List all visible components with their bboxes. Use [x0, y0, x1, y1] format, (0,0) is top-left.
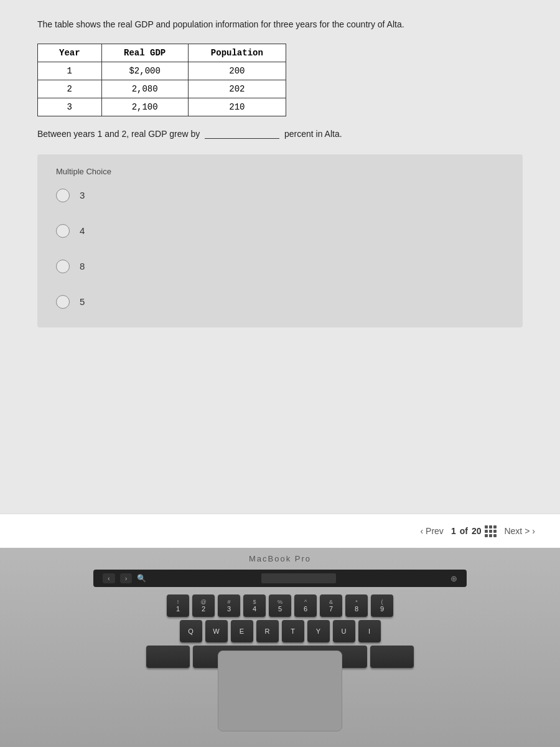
key-e[interactable]: E — [231, 620, 253, 642]
key-row-qwerty: Q W E R T Y U I — [68, 620, 492, 642]
multiple-choice-label: Multiple Choice — [56, 167, 504, 176]
table-cell-pop: 202 — [188, 80, 286, 98]
touch-bar-forward: › — [120, 573, 133, 583]
key-w[interactable]: W — [205, 620, 228, 642]
key-3[interactable]: # 3 — [218, 594, 240, 617]
table-cell-pop: 200 — [188, 62, 286, 80]
mc-option-4[interactable]: 4 — [56, 224, 504, 238]
grid-icon[interactable] — [485, 525, 497, 537]
table-header-gdp: Real GDP — [101, 44, 188, 62]
prev-button[interactable]: ‹ Prev — [420, 526, 443, 536]
option-label-8: 8 — [80, 261, 85, 271]
table-cell-year: 2 — [38, 80, 102, 98]
key-u[interactable]: U — [333, 620, 355, 642]
table-header-year: Year — [38, 44, 102, 62]
navigation-bar: ‹ Prev 1 of 20 Next > › — [0, 514, 560, 548]
key-8[interactable]: * 8 — [345, 594, 368, 617]
fill-blank-line — [205, 138, 279, 139]
option-label-3: 3 — [80, 190, 85, 200]
fill-blank-prefix: Between years 1 and 2, real GDP grew by — [37, 129, 200, 139]
table-cell-pop: 210 — [188, 98, 286, 116]
key-row-numbers: ! 1 @ 2 # 3 $ 4 % 5 ^ 6 — [68, 594, 492, 617]
table-cell-year: 1 — [38, 62, 102, 80]
mc-option-5[interactable]: 5 — [56, 295, 504, 309]
next-label: Next > — [504, 526, 530, 536]
page-total: 20 — [472, 526, 482, 536]
chevron-left-icon: ‹ — [420, 526, 423, 536]
multiple-choice-section: Multiple Choice 3 4 8 5 — [37, 154, 523, 327]
touch-bar-search: 🔍 — [137, 574, 146, 583]
chevron-right-icon: › — [532, 526, 535, 536]
option-label-4: 4 — [80, 225, 85, 236]
mc-option-3[interactable]: 3 — [56, 189, 504, 202]
touch-bar-back: ‹ — [103, 573, 115, 583]
radio-button-3[interactable] — [56, 189, 70, 202]
fill-blank-suffix: percent in Alta. — [284, 129, 342, 139]
fill-blank-sentence: Between years 1 and 2, real GDP grew by … — [37, 129, 523, 139]
radio-button-8[interactable] — [56, 260, 70, 273]
prev-label: Prev — [426, 526, 444, 536]
key-5[interactable]: % 5 — [269, 594, 291, 617]
table-header-population: Population — [188, 44, 286, 62]
key-i[interactable]: I — [358, 620, 381, 642]
touch-bar-right: ⊕ — [450, 574, 457, 583]
mc-option-8[interactable]: 8 — [56, 260, 504, 273]
touch-bar-left: ‹ › 🔍 — [103, 573, 146, 583]
next-button[interactable]: Next > › — [504, 526, 535, 536]
key-9[interactable]: ( 9 — [371, 594, 393, 617]
page-current: 1 — [451, 526, 456, 536]
key-y[interactable]: Y — [307, 620, 330, 642]
table-cell-gdp: $2,000 — [101, 62, 188, 80]
question-description: The table shows the real GDP and populat… — [37, 19, 523, 31]
touch-bar: ‹ › 🔍 ⊕ — [93, 570, 467, 587]
macbook-label: MacBook Pro — [249, 554, 311, 563]
touch-bar-center-bar — [261, 573, 336, 583]
key-space-left[interactable] — [146, 646, 190, 668]
laptop-body: MacBook Pro ‹ › 🔍 ⊕ ! 1 @ 2 # 3 — [0, 548, 560, 747]
option-label-5: 5 — [80, 296, 85, 307]
touch-bar-icon-right: ⊕ — [450, 574, 457, 583]
gdp-table: Year Real GDP Population 1 $2,000 200 2 … — [37, 44, 286, 116]
radio-button-4[interactable] — [56, 224, 70, 238]
key-1[interactable]: ! 1 — [167, 594, 189, 617]
key-4[interactable]: $ 4 — [243, 594, 266, 617]
table-row: 1 $2,000 200 — [38, 62, 286, 80]
key-t[interactable]: T — [282, 620, 304, 642]
table-row: 2 2,080 202 — [38, 80, 286, 98]
key-space-right[interactable] — [370, 646, 414, 668]
table-cell-year: 3 — [38, 98, 102, 116]
key-r[interactable]: R — [256, 620, 279, 642]
key-2[interactable]: @ 2 — [192, 594, 215, 617]
table-cell-gdp: 2,080 — [101, 80, 188, 98]
key-7[interactable]: & 7 — [320, 594, 342, 617]
screen-area: The table shows the real GDP and populat… — [0, 0, 560, 548]
table-row: 3 2,100 210 — [38, 98, 286, 116]
radio-button-5[interactable] — [56, 295, 70, 309]
trackpad[interactable] — [218, 651, 342, 731]
page-separator: of — [460, 526, 468, 536]
table-cell-gdp: 2,100 — [101, 98, 188, 116]
page-info: 1 of 20 — [451, 525, 497, 537]
key-q[interactable]: Q — [180, 620, 202, 642]
key-6[interactable]: ^ 6 — [294, 594, 317, 617]
